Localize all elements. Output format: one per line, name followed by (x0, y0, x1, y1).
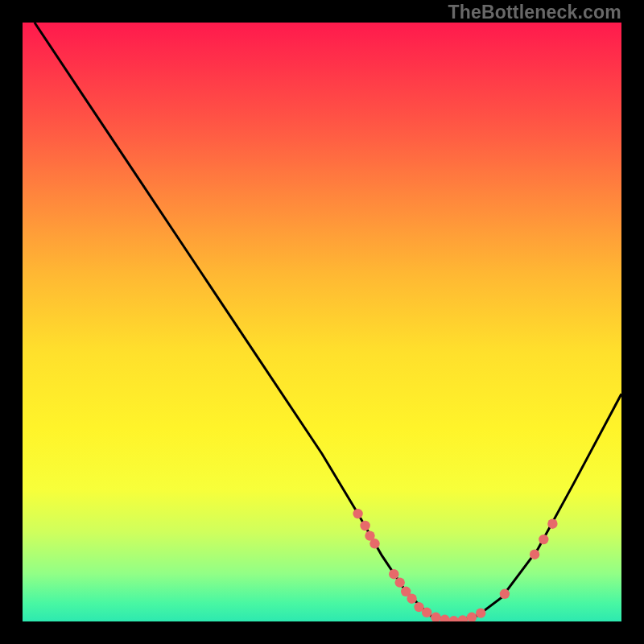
data-marker (407, 594, 416, 604)
data-marker (500, 589, 510, 599)
data-marker (476, 608, 485, 617)
watermark: TheBottleneck.com (448, 2, 621, 23)
data-marker (422, 608, 431, 617)
data-marker (547, 519, 557, 529)
data-marker (539, 535, 548, 544)
data-marker (353, 509, 362, 518)
curve-line (35, 23, 621, 621)
data-marker (467, 613, 477, 621)
data-marker (431, 613, 440, 621)
data-marker (389, 569, 398, 579)
data-marker (440, 615, 449, 621)
data-marker (395, 577, 405, 587)
bottleneck-chart (23, 23, 621, 621)
data-marker (530, 550, 539, 559)
data-marker (360, 521, 369, 530)
data-marker (449, 616, 459, 621)
data-marker (369, 539, 379, 548)
data-marker (458, 615, 468, 621)
